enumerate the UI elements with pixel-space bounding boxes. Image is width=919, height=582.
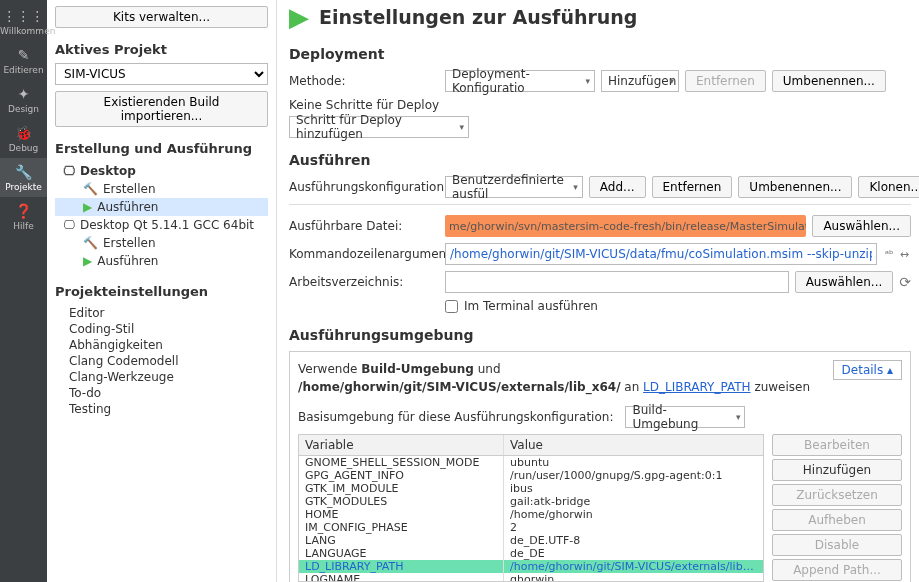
env-val: ibus	[504, 482, 763, 495]
run-heading: Ausführen	[289, 152, 911, 168]
executable-choose-button[interactable]: Auswählen...	[812, 215, 911, 237]
runconfig-add-button[interactable]: Add...	[589, 176, 646, 198]
deploy-no-steps: Keine Schritte für Deploy	[289, 98, 911, 112]
deploy-rename-button[interactable]: Umbenennen...	[772, 70, 886, 92]
env-val: /home/ghorwin/git/SIM-VICUS/externals/li…	[504, 560, 763, 573]
deploy-method-select[interactable]: Deployment-Konfiguratio	[445, 70, 595, 92]
env-var: GNOME_SHELL_SESSION_MODE	[299, 456, 504, 469]
kit-build[interactable]: 🔨Erstellen	[55, 180, 268, 198]
kit-build-2[interactable]: 🔨Erstellen	[55, 234, 268, 252]
env-val: de_DE.UTF-8	[504, 534, 763, 547]
env-buttons: Bearbeiten Hinzufügen Zurücksetzen Aufhe…	[772, 434, 902, 582]
args-var-icon[interactable]: ᵃᵇ	[883, 248, 896, 261]
args-input[interactable]	[445, 243, 877, 265]
settings-testing[interactable]: Testing	[69, 401, 268, 417]
kit-qt[interactable]: 🖵Desktop Qt 5.14.1 GCC 64bit	[55, 216, 268, 234]
play-icon: ▶	[83, 254, 92, 268]
rail-debug[interactable]: 🐞Debug	[0, 119, 47, 158]
settings-clang-model[interactable]: Clang Codemodell	[69, 353, 268, 369]
rail-label: Hilfe	[13, 221, 33, 231]
workdir-input[interactable]	[445, 271, 789, 293]
deploy-add-step[interactable]: Schritt für Deploy hinzufügen	[289, 116, 469, 138]
rail-edit[interactable]: ✎Editieren	[0, 41, 47, 80]
env-row[interactable]: HOME/home/ghorwin	[299, 508, 763, 521]
env-heading: Ausführungsumgebung	[289, 327, 911, 343]
env-row[interactable]: LOGNAMEghorwin	[299, 573, 763, 582]
kit-sub-label: Ausführen	[97, 254, 158, 268]
manage-kits-button[interactable]: Kits verwalten...	[55, 6, 268, 28]
terminal-checkbox[interactable]	[445, 300, 458, 313]
runconfig-select[interactable]: Benutzerdefinierte ausfül	[445, 176, 583, 198]
settings-editor[interactable]: Editor	[69, 305, 268, 321]
env-val: /home/ghorwin	[504, 508, 763, 521]
env-var: GPG_AGENT_INFO	[299, 469, 504, 482]
settings-deps[interactable]: Abhängigkeiten	[69, 337, 268, 353]
env-row[interactable]: GPG_AGENT_INFO/run/user/1000/gnupg/S.gpg…	[299, 469, 763, 482]
runconfig-remove-button[interactable]: Entfernen	[652, 176, 733, 198]
env-summary: Verwende Build-Umgebung und /home/ghorwi…	[298, 360, 902, 396]
env-disable-button[interactable]: Disable	[772, 534, 902, 556]
env-val: ubuntu	[504, 456, 763, 469]
env-add-button[interactable]: Hinzufügen	[772, 459, 902, 481]
kit-run-2[interactable]: ▶Ausführen	[55, 252, 268, 270]
env-row[interactable]: GTK_IM_MODULEibus	[299, 482, 763, 495]
rail-label: Editieren	[3, 65, 43, 75]
env-var: LD_LIBRARY_PATH	[299, 560, 504, 573]
runconfig-rename-button[interactable]: Umbenennen...	[738, 176, 852, 198]
import-build-button[interactable]: Existierenden Build importieren...	[55, 91, 268, 127]
env-row[interactable]: LD_LIBRARY_PATH/home/ghorwin/git/SIM-VIC…	[299, 560, 763, 573]
kit-label: Desktop Qt 5.14.1 GCC 64bit	[80, 218, 254, 232]
project-settings-list: Editor Coding-Stil Abhängigkeiten Clang …	[55, 305, 268, 417]
settings-clang-tools[interactable]: Clang-Werkzeuge	[69, 369, 268, 385]
workdir-choose-button[interactable]: Auswählen...	[795, 271, 894, 293]
bug-icon: 🐞	[0, 125, 47, 141]
runconfig-clone-button[interactable]: Klonen...	[858, 176, 919, 198]
active-project-select[interactable]: SIM-VICUS	[55, 63, 268, 85]
project-settings-title: Projekteinstellungen	[55, 284, 268, 299]
workdir-reset-icon[interactable]: ⟳	[899, 274, 911, 290]
design-icon: ✦	[0, 86, 47, 102]
page-title: Einstellungen zur Ausführung	[319, 6, 637, 28]
rail-projects[interactable]: 🔧Projekte	[0, 158, 47, 197]
method-label: Methode:	[289, 74, 439, 88]
grid-icon: ⋮⋮⋮	[0, 8, 47, 24]
rail-label: Debug	[9, 143, 39, 153]
settings-coding[interactable]: Coding-Stil	[69, 321, 268, 337]
env-row[interactable]: GTK_MODULESgail:atk-bridge	[299, 495, 763, 508]
env-var: LANG	[299, 534, 504, 547]
hammer-icon: 🔨	[83, 182, 98, 196]
ld-path-link[interactable]: LD_LIBRARY_PATH	[643, 380, 750, 394]
hammer-icon: 🔨	[83, 236, 98, 250]
kits-tree: 🖵Desktop 🔨Erstellen ▶Ausführen 🖵Desktop …	[55, 162, 268, 270]
rail-welcome[interactable]: ⋮⋮⋮Willkommen	[0, 2, 47, 41]
args-expand-icon[interactable]: ↔	[898, 248, 911, 261]
rail-help[interactable]: ❓Hilfe	[0, 197, 47, 236]
env-row[interactable]: LANGde_DE.UTF-8	[299, 534, 763, 547]
deployment-heading: Deployment	[289, 46, 911, 62]
kit-desktop[interactable]: 🖵Desktop	[55, 162, 268, 180]
kit-run-selected[interactable]: ▶Ausführen	[55, 198, 268, 216]
env-row[interactable]: LANGUAGEde_DE	[299, 547, 763, 560]
settings-todo[interactable]: To-do	[69, 385, 268, 401]
args-label: Kommandozeilenargumente:	[289, 247, 439, 261]
env-remove-button[interactable]: Aufheben	[772, 509, 902, 531]
rail-design[interactable]: ✦Design	[0, 80, 47, 119]
env-table[interactable]: Variable Value GNOME_SHELL_SESSION_MODEu…	[298, 434, 764, 582]
executable-field[interactable]: me/ghorwin/svn/mastersim-code-fresh/bin/…	[445, 215, 806, 237]
env-reset-button[interactable]: Zurücksetzen	[772, 484, 902, 506]
deploy-remove-button[interactable]: Entfernen	[685, 70, 766, 92]
env-val: gail:atk-bridge	[504, 495, 763, 508]
env-row[interactable]: GNOME_SHELL_SESSION_MODEubuntu	[299, 456, 763, 469]
help-icon: ❓	[0, 203, 47, 219]
env-row[interactable]: IM_CONFIG_PHASE2	[299, 521, 763, 534]
env-append-button[interactable]: Append Path...	[772, 559, 902, 581]
base-env-select[interactable]: Build-Umgebung	[625, 406, 745, 428]
deploy-add-button[interactable]: Hinzufügen	[601, 70, 679, 92]
env-edit-button[interactable]: Bearbeiten	[772, 434, 902, 456]
wrench-icon: 🔧	[0, 164, 47, 180]
kit-sub-label: Erstellen	[103, 182, 156, 196]
terminal-label: Im Terminal ausführen	[464, 299, 598, 313]
workdir-label: Arbeitsverzeichnis:	[289, 275, 439, 289]
kit-sub-label: Ausführen	[97, 200, 158, 214]
env-details-button[interactable]: Details ▴	[833, 360, 902, 380]
